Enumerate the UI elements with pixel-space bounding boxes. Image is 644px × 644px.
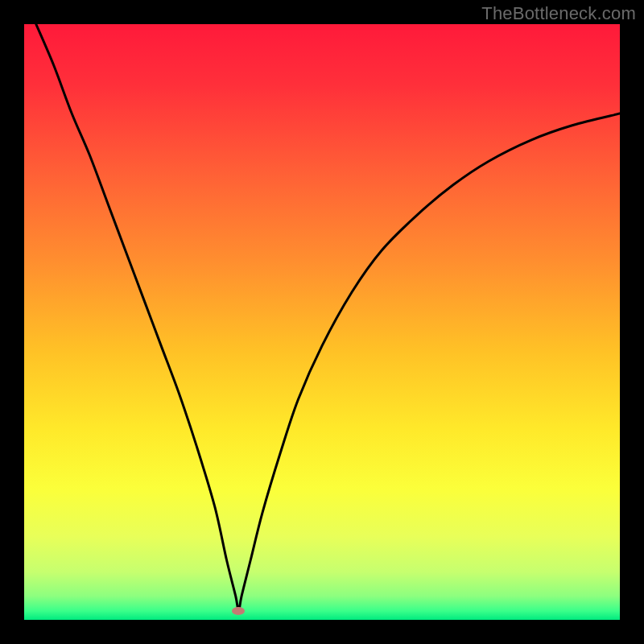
chart-frame: TheBottleneck.com (0, 0, 644, 644)
plot-area (24, 24, 620, 620)
watermark-text: TheBottleneck.com (481, 3, 636, 24)
bottleneck-curve (36, 24, 620, 611)
optimal-point-marker (232, 607, 245, 615)
curve-layer (24, 24, 620, 620)
